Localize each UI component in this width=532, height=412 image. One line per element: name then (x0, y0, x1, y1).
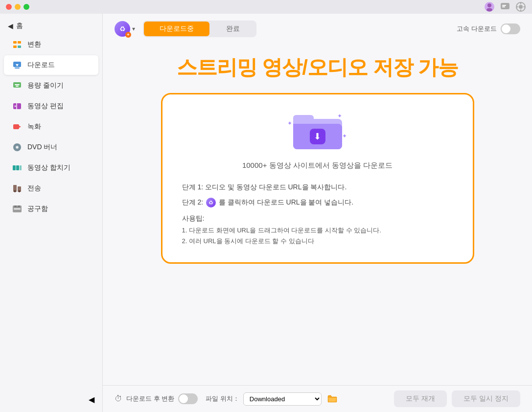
svg-rect-11 (516, 6, 518, 7)
content-header: ♻ + ▾ 다운로드중 완료 고속 다운로드 (103, 14, 532, 44)
settings-icon[interactable] (515, 1, 526, 12)
sidebar-convert-label: 변환 (27, 40, 41, 49)
file-location-area: 파일 위치： Downloaded Desktop Documents Cust… (206, 392, 339, 406)
speed-toggle-area: 고속 다운로드 (457, 23, 520, 34)
step1: 단계 1: 오디오 및 동영상 다운로드 URL을 복사합니다. (182, 182, 453, 192)
svg-rect-39 (14, 206, 17, 207)
resume-all-button[interactable]: 모두 재개 (394, 390, 447, 407)
inline-logo-icon: ♻ (206, 198, 216, 207)
sidebar-item-merge[interactable]: 동영상 합치기 (4, 158, 98, 178)
svg-rect-5 (502, 5, 506, 6)
convert-icon (12, 39, 23, 50)
speed-toggle-switch[interactable] (501, 23, 520, 34)
tips-title: 사용팁: (182, 214, 453, 223)
content-scroll: 스트리밍 영상/오디오 저장 가능 ⬇ ✦ ✦ ✦ 10000+ 동영상 사이트… (103, 44, 532, 385)
svg-point-30 (17, 147, 18, 148)
account-icon[interactable] (484, 1, 495, 12)
svg-point-2 (486, 8, 492, 12)
file-location-select[interactable]: Downloaded Desktop Documents Custom... (243, 392, 322, 406)
svg-rect-16 (18, 46, 21, 48)
action-buttons: 모두 재개 모두 일시 정지 (394, 390, 520, 407)
sidebar-item-dvd[interactable]: DVD 버너 (4, 137, 98, 157)
logo-icon: ♻ + (115, 21, 130, 37)
svg-rect-6 (502, 6, 505, 7)
svg-rect-22 (16, 86, 19, 87)
compress-icon (12, 80, 23, 91)
sidebar-item-convert[interactable]: 변환 (4, 35, 98, 54)
dvd-icon (12, 142, 23, 153)
svg-rect-13 (13, 41, 17, 44)
edit-icon (12, 101, 23, 112)
sidebar-download-label: 다운로드 (27, 61, 55, 69)
sidebar-dvd-label: DVD 버너 (27, 143, 57, 152)
chat-icon[interactable] (500, 1, 510, 12)
sidebar: ◀ 홈 변환 다운로드 (0, 14, 103, 412)
svg-rect-3 (501, 3, 509, 9)
sidebar-toolbox-label: 공구함 (27, 205, 48, 213)
toolbox-icon (12, 204, 23, 214)
svg-point-37 (19, 190, 21, 192)
svg-point-36 (14, 190, 16, 192)
sidebar-edit-label: 동영상 편집 (27, 102, 64, 111)
sparkle-left: ✦ (287, 120, 292, 127)
svg-rect-33 (20, 165, 22, 170)
hero-title: 스트리밍 영상/오디오 저장 가능 (177, 54, 459, 81)
topbar (0, 0, 532, 14)
download-icon (12, 60, 23, 70)
svg-rect-41 (14, 208, 21, 209)
drop-description: 10000+ 동영상 사이트에서 동영상을 다운로드 (242, 161, 393, 170)
svg-rect-21 (15, 84, 20, 85)
logo-button[interactable]: ♻ + ▾ (115, 21, 135, 37)
sidebar-compress-label: 용량 줄이기 (27, 81, 64, 90)
tab-group: 다운로드중 완료 (143, 21, 256, 37)
svg-rect-10 (520, 9, 521, 11)
traffic-light-yellow[interactable] (15, 4, 21, 10)
tab-downloading[interactable]: 다운로드중 (144, 22, 209, 36)
logo-plus: + (125, 32, 131, 38)
file-location-label: 파일 위치： (206, 394, 239, 403)
convert-after-label: 다운로드 후 변환 (126, 394, 174, 403)
convert-toggle-switch[interactable] (178, 393, 198, 404)
svg-rect-26 (13, 124, 19, 129)
sidebar-item-compress[interactable]: 용량 줄이기 (4, 76, 98, 95)
bottom-bar: ⏱ 다운로드 후 변환 파일 위치： Downloaded Desktop Do… (103, 385, 532, 412)
sidebar-item-transfer[interactable]: 전송 (4, 179, 98, 198)
drop-zone[interactable]: ⬇ ✦ ✦ ✦ 10000+ 동영상 사이트에서 동영상을 다운로드 단계 1:… (161, 93, 474, 264)
sidebar-record-label: 녹화 (27, 122, 41, 131)
download-arrow-icon: ⬇ (310, 129, 325, 144)
svg-rect-19 (15, 68, 20, 69)
sidebar-collapse-btn[interactable]: ◀ (0, 391, 102, 408)
sidebar-item-toolbox[interactable]: 공구함 (4, 199, 98, 219)
svg-point-1 (487, 3, 491, 7)
svg-rect-32 (16, 165, 19, 170)
app-layout: ◀ 홈 변환 다운로드 (0, 14, 532, 412)
home-arrow-icon: ◀ (8, 22, 13, 30)
svg-rect-14 (18, 41, 21, 44)
sidebar-item-edit[interactable]: 동영상 편집 (4, 96, 98, 116)
sparkle-right: ✦ (342, 133, 347, 139)
sidebar-item-home[interactable]: ◀ 홈 (0, 18, 102, 34)
svg-rect-23 (13, 103, 21, 109)
svg-rect-31 (13, 165, 16, 170)
svg-rect-40 (18, 206, 20, 207)
merge-icon (12, 162, 23, 173)
svg-rect-12 (523, 6, 525, 7)
transfer-icon (12, 183, 23, 194)
topbar-right (484, 1, 526, 12)
logo-dropdown-arrow: ▾ (132, 25, 135, 32)
tab-completed[interactable]: 완료 (210, 22, 255, 36)
step2: 단계 2: ♻ 를 클릭하여 다운로드 URL을 붙여 넣습니다. (182, 197, 453, 207)
svg-marker-27 (19, 126, 21, 128)
sidebar-item-download[interactable]: 다운로드 (4, 55, 98, 75)
pause-all-button[interactable]: 모두 일시 정지 (452, 390, 520, 407)
sidebar-item-record[interactable]: 녹화 (4, 117, 98, 137)
sparkle-top: ✦ (337, 113, 342, 119)
svg-point-8 (519, 5, 523, 9)
folder-open-button[interactable] (325, 392, 339, 406)
instructions: 단계 1: 오디오 및 동영상 다운로드 URL을 복사합니다. 단계 2: ♻… (182, 182, 453, 247)
traffic-light-red[interactable] (6, 4, 12, 10)
tip2: 2. 여러 URL을 동시에 다운로드 할 수 있습니다 (182, 236, 453, 247)
folder-illustration: ⬇ ✦ ✦ ✦ (293, 110, 342, 149)
clock-icon: ⏱ (115, 394, 122, 403)
traffic-light-green[interactable] (23, 4, 29, 10)
